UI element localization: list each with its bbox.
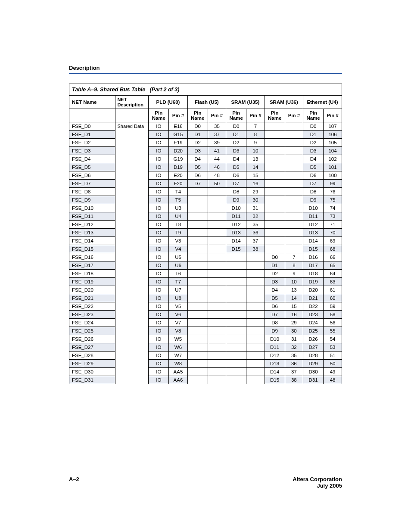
cell <box>246 368 265 376</box>
cell: FSE_D4 <box>69 155 115 163</box>
cell: 32 <box>246 212 265 221</box>
cell <box>187 319 208 327</box>
cell: D14 <box>303 237 324 245</box>
cell <box>246 327 265 335</box>
cell: 64 <box>324 270 342 278</box>
cell <box>265 122 285 131</box>
cell <box>246 286 265 294</box>
cell: D9 <box>265 327 285 335</box>
cell: FSE_D26 <box>69 335 115 343</box>
col-pin-name: Pin Name <box>187 109 208 122</box>
col-pin-num: Pin # <box>324 109 342 122</box>
cell <box>285 122 303 131</box>
cell: IO <box>149 221 169 229</box>
cell: D6 <box>265 302 285 311</box>
cell <box>246 278 265 286</box>
col-pin-num: Pin # <box>208 109 226 122</box>
cell: 9 <box>285 270 303 278</box>
cell: 14 <box>246 163 265 171</box>
cell: D3 <box>265 278 285 286</box>
cell <box>285 131 303 139</box>
cell: T4 <box>169 188 187 196</box>
cell: 65 <box>324 261 342 270</box>
cell <box>187 343 208 352</box>
cell: IO <box>149 360 169 368</box>
cell <box>187 302 208 311</box>
cell: 99 <box>324 180 342 188</box>
cell: FSE_D17 <box>69 261 115 270</box>
col-blank <box>69 109 115 122</box>
table-row: FSE_D2IOE19D239D29D2105 <box>69 139 342 147</box>
cell: D2 <box>187 139 208 147</box>
cell <box>226 286 246 294</box>
cell <box>285 204 303 212</box>
cell <box>187 253 208 261</box>
cell: D0 <box>226 122 246 131</box>
cell <box>208 245 226 253</box>
cell: 61 <box>324 286 342 294</box>
cell: D8 <box>303 188 324 196</box>
cell: D5 <box>265 294 285 302</box>
cell: T6 <box>169 270 187 278</box>
table-row: FSE_D21IOU8D514D2160 <box>69 294 342 302</box>
cell: D6 <box>226 171 246 180</box>
cell: IO <box>149 327 169 335</box>
cell <box>208 204 226 212</box>
cell: IO <box>149 204 169 212</box>
footer-date: July 2005 <box>293 482 342 489</box>
cell: 106 <box>324 131 342 139</box>
cell: IO <box>149 343 169 352</box>
cell <box>208 302 226 311</box>
cell: G15 <box>169 131 187 139</box>
cell: D17 <box>303 261 324 270</box>
cell <box>208 311 226 319</box>
cell: FSE_D5 <box>69 163 115 171</box>
cell <box>187 196 208 204</box>
cell: D15 <box>303 245 324 253</box>
cell: 37 <box>285 368 303 376</box>
cell: IO <box>149 188 169 196</box>
cell: 16 <box>246 180 265 188</box>
cell: D4 <box>265 286 285 294</box>
table-row: FSE_D17IOU6D18D1765 <box>69 261 342 270</box>
cell: D11 <box>226 212 246 221</box>
cell: 10 <box>285 278 303 286</box>
cell: D5 <box>187 163 208 171</box>
table-row: FSE_D19IOT7D310D1963 <box>69 278 342 286</box>
col-blank <box>115 109 149 122</box>
cell: D10 <box>265 335 285 343</box>
cell <box>187 270 208 278</box>
table-row: FSE_D12IOT8D1235D1271 <box>69 221 342 229</box>
cell <box>246 253 265 261</box>
cell: 71 <box>324 221 342 229</box>
cell: D22 <box>303 302 324 311</box>
cell: 15 <box>285 302 303 311</box>
cell: 66 <box>324 253 342 261</box>
col-pin-num: Pin # <box>246 109 265 122</box>
cell <box>226 294 246 302</box>
cell: D16 <box>303 253 324 261</box>
cell <box>265 180 285 188</box>
cell: D3 <box>226 147 246 155</box>
cell <box>226 261 246 270</box>
cell: D31 <box>303 376 324 384</box>
cell: D9 <box>226 196 246 204</box>
cell <box>265 229 285 237</box>
cell <box>246 335 265 343</box>
cell: 39 <box>208 139 226 147</box>
cell: FSE_D29 <box>69 360 115 368</box>
table-row: FSE_D5IOD19D546D514D5101 <box>69 163 342 171</box>
cell: FSE_D3 <box>69 147 115 155</box>
cell <box>208 335 226 343</box>
cell <box>246 343 265 352</box>
cell: IO <box>149 294 169 302</box>
cell <box>226 360 246 368</box>
cell: D11 <box>303 212 324 221</box>
cell <box>187 360 208 368</box>
cell: 13 <box>285 286 303 294</box>
cell: FSE_D1 <box>69 131 115 139</box>
cell: D24 <box>303 319 324 327</box>
table-row: FSE_D9IOT5D930D975 <box>69 196 342 204</box>
table-row: FSE_D24IOV7D829D2456 <box>69 319 342 327</box>
cell <box>187 352 208 360</box>
